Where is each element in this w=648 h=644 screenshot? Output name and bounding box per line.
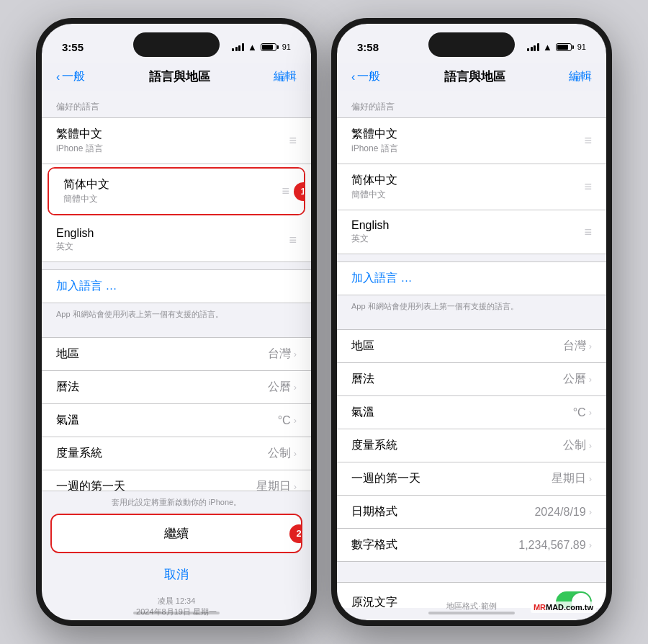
- edit-button-1[interactable]: 編輯: [274, 69, 297, 84]
- lang-hint-1: App 和網站會使用列表上第一個有支援的語言。: [42, 303, 311, 330]
- chevron-icon-2-6: ›: [589, 540, 592, 550]
- list-item[interactable]: 繁體中文 iPhone 語言 ≡: [337, 118, 606, 164]
- lang-subtitle-2-0: iPhone 語言: [351, 143, 584, 155]
- battery-icon-1: [261, 43, 279, 51]
- time-2: 3:58: [357, 41, 379, 53]
- home-indicator-2: [428, 612, 515, 614]
- highlighted-lang-wrapper: 简体中文 簡體中文 ≡ 1: [42, 167, 311, 215]
- lang-title-2-0: 繁體中文: [351, 127, 584, 142]
- dynamic-island-1: [133, 32, 220, 57]
- nav-bar-2: ‹ 一般 語言與地區 編輯: [337, 63, 606, 91]
- lang-title-1-0: 繁體中文: [56, 127, 289, 142]
- continue-button[interactable]: 繼續: [52, 515, 301, 552]
- list-item[interactable]: 度量系統 公制 ›: [42, 437, 311, 470]
- setting-label-1-0: 地區: [56, 346, 79, 362]
- page-title-1: 語言與地區: [149, 68, 210, 85]
- setting-label-2-5: 日期格式: [351, 504, 397, 519]
- drag-handle-1-0: ≡: [289, 133, 297, 148]
- edit-button-2[interactable]: 編輯: [569, 69, 592, 84]
- list-item[interactable]: 简体中文 簡體中文 ≡: [337, 164, 606, 210]
- add-language-2[interactable]: 加入語言 …: [337, 261, 606, 295]
- list-item[interactable]: 度量系統 公制 ›: [337, 429, 606, 462]
- list-item[interactable]: 曆法 公曆 ›: [337, 363, 606, 396]
- list-item[interactable]: 氣溫 °C ›: [337, 396, 606, 429]
- signal-icon-2: [527, 43, 539, 51]
- list-item[interactable]: English 英文 ≡: [42, 218, 311, 261]
- setting-value-1-2: °C: [278, 414, 291, 427]
- page-title-2: 語言與地區: [444, 68, 505, 85]
- chevron-icon-1-2: ›: [294, 415, 297, 426]
- setting-label-1-1: 曆法: [56, 380, 79, 395]
- preferred-lang-header-2: 偏好的語言: [337, 91, 606, 117]
- battery-icon-2: [556, 43, 574, 51]
- list-item[interactable]: 數字格式 1,234,567.89 ›: [337, 529, 606, 561]
- lang-subtitle-2-2: 英文: [351, 233, 584, 245]
- lang-hint-2: App 和網站會使用列表上第一個有支援的語言。: [337, 295, 606, 322]
- settings-section-2: 地區 台灣 › 曆法 公曆 › 氣溫: [337, 329, 606, 562]
- drag-handle-1-1: ≡: [282, 184, 289, 199]
- wifi-icon-2: ▲: [543, 42, 552, 53]
- lang-subtitle-1-1: 簡體中文: [63, 193, 282, 205]
- setting-label-1-2: 氣溫: [56, 413, 79, 428]
- chevron-icon-2-5: ›: [589, 506, 592, 517]
- battery-percent-2: 91: [577, 43, 586, 51]
- chevron-icon-1-0: ›: [294, 349, 297, 359]
- status-icons-1: ▲ 91: [232, 42, 291, 53]
- setting-label-2-4: 一週的第一天: [351, 471, 420, 486]
- setting-value-2-0: 台灣: [563, 339, 586, 354]
- setting-label-2-0: 地區: [351, 339, 374, 354]
- setting-value-2-3: 公制: [563, 438, 586, 453]
- list-item[interactable]: English 英文 ≡: [337, 210, 606, 254]
- setting-label-2-6: 數字格式: [351, 537, 397, 553]
- chevron-left-icon-2: ‹: [351, 71, 355, 84]
- phone-2: 3:58 ▲ 91: [331, 18, 612, 626]
- list-item[interactable]: 地區 台灣 ›: [42, 338, 311, 371]
- list-item[interactable]: 曆法 公曆 ›: [42, 371, 311, 404]
- list-item[interactable]: 日期格式 2024/8/19 ›: [337, 496, 606, 529]
- list-item[interactable]: 繁體中文 iPhone 語言 ≡: [42, 118, 311, 164]
- drag-handle-1-2: ≡: [289, 233, 297, 248]
- drag-handle-2-1: ≡: [584, 179, 592, 194]
- chevron-icon-2-0: ›: [589, 341, 592, 352]
- back-button-2[interactable]: ‹ 一般: [351, 69, 380, 84]
- drag-handle-2-2: ≡: [584, 225, 592, 240]
- list-item[interactable]: 简体中文 簡體中文 ≡: [49, 169, 304, 214]
- preferred-lang-header-1: 偏好的語言: [42, 91, 311, 117]
- battery-percent-1: 91: [282, 43, 291, 51]
- list-item[interactable]: 地區 台灣 ›: [337, 330, 606, 363]
- bottom-area-1: 套用此設定將重新啟動你的 iPhone。 繼續 2 取消 凌晨 12:34 20…: [42, 491, 311, 620]
- cancel-button[interactable]: 取消: [42, 556, 311, 593]
- languages-section-2: 繁體中文 iPhone 語言 ≡ 简体中文 簡體中文 ≡: [337, 117, 606, 254]
- status-icons-2: ▲ 91: [527, 42, 586, 53]
- lang-subtitle-2-1: 簡體中文: [351, 189, 584, 201]
- list-item[interactable]: 一週的第一天 星期日 ›: [337, 462, 606, 496]
- continue-btn-wrapper: 繼續 2: [50, 514, 302, 553]
- setting-value-1-0: 台灣: [268, 346, 291, 362]
- lang-title-2-2: English: [351, 219, 584, 232]
- lang-title-1-2: English: [56, 227, 289, 240]
- restart-hint-1: 套用此設定將重新啟動你的 iPhone。: [42, 491, 311, 511]
- add-language-1[interactable]: 加入語言 …: [42, 269, 311, 303]
- drag-handle-2-0: ≡: [584, 133, 592, 148]
- bottom-label-2: 地區格式·範例: [446, 601, 496, 612]
- setting-value-2-1: 公曆: [563, 372, 586, 387]
- list-item[interactable]: 氣溫 °C ›: [42, 404, 311, 437]
- languages-section-1: 繁體中文 iPhone 語言 ≡ 简体中文 簡體中文: [42, 117, 311, 262]
- setting-value-1-3: 公制: [268, 446, 291, 461]
- back-button-1[interactable]: ‹ 一般: [56, 69, 85, 84]
- chevron-icon-1-1: ›: [294, 382, 297, 393]
- lang-title-2-1: 简体中文: [351, 173, 584, 188]
- chevron-icon-2-1: ›: [589, 374, 592, 385]
- bottom-date-1: 凌晨 12:34 2024年8月19日 星期一: [42, 593, 311, 620]
- setting-value-2-5: 2024/8/19: [534, 506, 585, 519]
- home-indicator-1: [133, 612, 220, 614]
- back-label-2: 一般: [357, 69, 380, 84]
- chevron-icon-1-3: ›: [294, 448, 297, 459]
- setting-label-1-3: 度量系統: [56, 446, 102, 461]
- setting-value-1-1: 公曆: [268, 380, 291, 395]
- nav-bar-1: ‹ 一般 語言與地區 編輯: [42, 63, 311, 91]
- setting-value-2-4: 星期日: [552, 471, 586, 486]
- lang-subtitle-1-2: 英文: [56, 241, 289, 253]
- time-1: 3:55: [62, 41, 84, 53]
- wifi-icon-1: ▲: [248, 42, 257, 53]
